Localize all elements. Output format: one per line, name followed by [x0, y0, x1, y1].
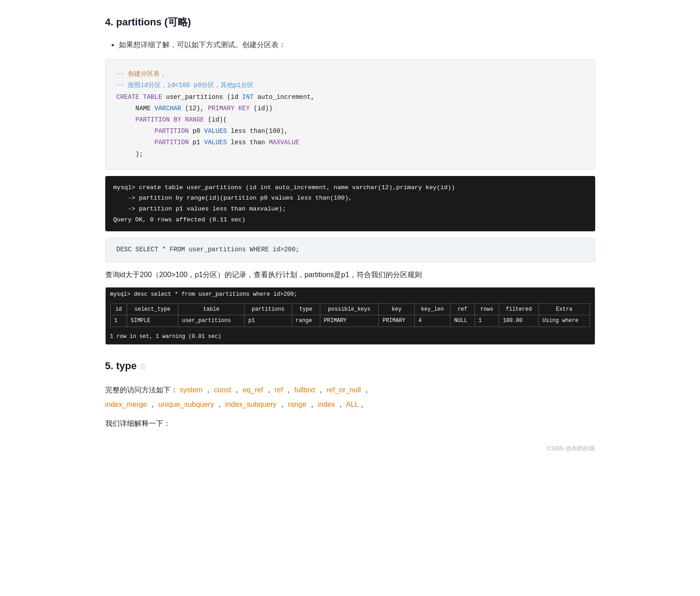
sep4: ， — [283, 386, 292, 394]
section4-description: 查询id大于200（200>100，p1分区）的记录，查看执行计划，partit… — [105, 269, 595, 282]
cell-type: range — [292, 315, 320, 327]
code-comment2: -- 按照id分区，id<100 p0分区，其他p1分区 — [117, 80, 584, 91]
section4-query-result: mysql> desc select * from user_partition… — [105, 287, 595, 345]
col-type: type — [292, 304, 320, 315]
section4-terminal: mysql> create table user_partitions (id … — [105, 176, 595, 232]
footer-brand: CSDN @赤胆的我 — [105, 444, 595, 454]
access-method-ref: ref — [274, 386, 283, 394]
col-possible-keys: possible_keys — [320, 304, 379, 315]
cell-key-len: 4 — [415, 315, 450, 327]
code-line3: PARTITION BY RANGE (id)( — [117, 114, 584, 126]
table-row: 1 SIMPLE user_partitions p1 range PRIMAR… — [110, 315, 590, 327]
cell-ref: NULL — [450, 315, 475, 327]
access-method-all: ALL — [346, 401, 359, 408]
sep10: ， — [306, 401, 315, 408]
access-method-fulltext: fulltext — [294, 386, 315, 394]
sep11: ， — [335, 401, 344, 408]
access-method-index: index — [318, 401, 335, 408]
col-select-type: select_type — [127, 304, 178, 315]
code-comment1: -- 创建分区表， — [117, 68, 584, 80]
col-rows: rows — [475, 304, 499, 315]
section5-description2: 我们详细解释一下： — [105, 417, 595, 430]
sep3: ， — [263, 386, 272, 394]
access-method-index-subquery: index_subquery — [225, 401, 277, 408]
col-partitions: partitions — [245, 304, 292, 315]
section4: 4. partitions (可略) 如果想详细了解，可以如下方式测试。创建分区… — [105, 14, 595, 345]
access-method-const: const — [214, 386, 231, 394]
cell-possible-keys: PRIMARY — [320, 315, 379, 327]
cell-select-type: SIMPLE — [127, 315, 178, 327]
query-result-table-wrap: id select_type table partitions type pos… — [106, 302, 595, 331]
col-filtered: filtered — [499, 304, 538, 315]
cell-filtered: 100.00 — [499, 315, 538, 327]
access-method-ref-or-null: ref_or_null — [327, 386, 361, 394]
sep1: ， — [203, 386, 212, 394]
cell-partitions: p1 — [245, 315, 292, 327]
query-result-table: id select_type table partitions type pos… — [110, 303, 590, 327]
query-result-footer: 1 row in set, 1 warning (0.01 sec) — [106, 331, 595, 344]
access-method-system: system — [180, 386, 203, 394]
code-line1: CREATE TABLE user_partitions (id INT aut… — [117, 92, 584, 103]
section5: 5. type ☆ 完整的访问方法如下： system ， const ， eq… — [105, 357, 595, 430]
code-line2: NAME VARCHAR (12), PRIMARY KEY (id)) — [117, 103, 584, 114]
section5-star: ☆ — [139, 362, 147, 371]
query-result-header: mysql> desc select * from user_partition… — [106, 288, 595, 302]
code-line5: PARTITION p1 VALUES less than MAXVALUE — [117, 137, 584, 148]
cell-id: 1 — [110, 315, 127, 327]
col-extra: Extra — [538, 304, 590, 315]
col-key: key — [379, 304, 415, 315]
section4-bullet-list: 如果想详细了解，可以如下方式测试。创建分区表： — [119, 39, 595, 52]
access-method-range: range — [288, 401, 306, 408]
table-header-row: id select_type table partitions type pos… — [110, 304, 590, 315]
access-method-index-merge: index_merge — [105, 401, 147, 408]
code-line4: PARTITION p0 VALUES less than(100), — [117, 126, 584, 137]
cell-rows: 1 — [475, 315, 499, 327]
col-ref: ref — [450, 304, 475, 315]
sep8: ， — [214, 401, 223, 408]
section5-title: 5. type ☆ — [105, 357, 595, 374]
col-key-len: key_len — [415, 304, 450, 315]
access-method-eq-ref: eq_ref — [243, 386, 263, 394]
section4-select-code: DESC SELECT * FROM user_partitions WHERE… — [105, 238, 595, 262]
access-label: 完整的访问方法如下： — [105, 386, 178, 394]
cell-table: user_partitions — [178, 315, 244, 327]
sep2: ， — [231, 386, 240, 394]
cell-key: PRIMARY — [379, 315, 415, 327]
section4-bullet-item: 如果想详细了解，可以如下方式测试。创建分区表： — [119, 39, 595, 52]
code-line6: ); — [117, 149, 584, 160]
sep9: ， — [277, 401, 286, 408]
sep7: ， — [147, 401, 156, 408]
section4-code-block: -- 创建分区表， -- 按照id分区，id<100 p0分区，其他p1分区 C… — [105, 59, 595, 170]
sep12: 。 — [358, 401, 367, 408]
cell-extra: Using where — [538, 315, 590, 327]
section4-title: 4. partitions (可略) — [105, 14, 595, 30]
access-method-unique-subquery: unique_subquery — [158, 401, 214, 408]
col-table: table — [178, 304, 244, 315]
section5-access-line: 完整的访问方法如下： system ， const ， eq_ref ， ref… — [105, 383, 595, 412]
col-id: id — [110, 304, 127, 315]
sep5: ， — [315, 386, 324, 394]
sep6: ， — [361, 386, 370, 394]
